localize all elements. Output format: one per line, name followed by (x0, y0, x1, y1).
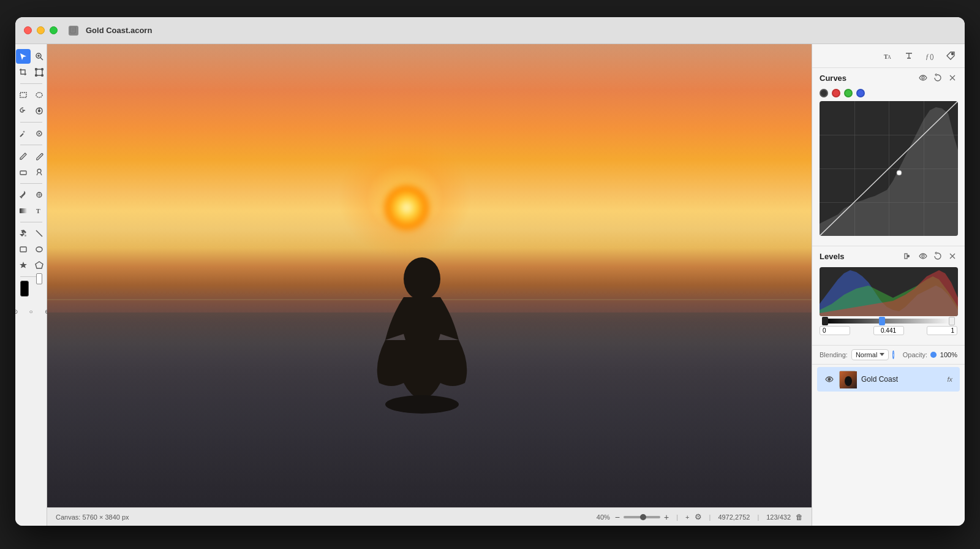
lasso-tool[interactable] (16, 104, 31, 118)
svg-marker-32 (36, 262, 43, 268)
select-tool[interactable] (16, 49, 31, 64)
curves-delete-icon[interactable] (948, 73, 957, 83)
eraser-tool[interactable] (16, 165, 31, 180)
curves-title: Curves (820, 74, 846, 83)
frame-count: 123/432 (766, 513, 791, 521)
levels-mid-input[interactable]: 0.441 (873, 326, 904, 335)
canvas-content[interactable] (47, 44, 812, 507)
reset-colors-tool[interactable]: ⊙ (15, 304, 23, 319)
tool-row-8 (16, 187, 47, 202)
tool-row-6 (16, 149, 47, 164)
channel-blue[interactable] (856, 89, 865, 97)
blending-mode-value: Normal (856, 351, 877, 358)
tool-row-9: T (16, 203, 47, 218)
zoom-tool[interactable] (32, 49, 47, 64)
background-color[interactable] (36, 273, 42, 284)
line-tool[interactable] (32, 226, 47, 241)
star-shape-tool[interactable] (16, 258, 31, 273)
levels-min-input[interactable]: 0 (820, 326, 850, 335)
minimize-button[interactable] (37, 26, 45, 34)
curves-container (812, 86, 965, 241)
zoom-slider-thumb[interactable] (640, 514, 646, 520)
svg-rect-28 (24, 235, 26, 237)
levels-black-handle[interactable] (822, 317, 828, 325)
curves-reset-icon[interactable] (933, 73, 943, 83)
levels-auto-icon[interactable] (903, 251, 913, 261)
blending-mode-select[interactable]: Normal (851, 349, 889, 360)
channel-rgb[interactable] (820, 89, 828, 97)
paint-bucket-tool[interactable] (16, 226, 31, 241)
svg-rect-26 (20, 208, 27, 213)
transform-tool[interactable] (32, 65, 47, 80)
levels-icons (903, 251, 957, 261)
canvas-size: Canvas: 5760 × 3840 px (56, 513, 597, 521)
magic-wand-tool[interactable] (16, 126, 31, 141)
curves-icons (918, 73, 957, 83)
ellipse-shape-tool[interactable] (32, 242, 47, 257)
swap-colors-tool[interactable]: ○ (24, 304, 39, 319)
color-select-tool[interactable] (32, 126, 47, 141)
canvas-area: Canvas: 5760 × 3840 px 40% − + | + ⚙ | 4… (47, 44, 812, 526)
brush-tool[interactable] (32, 149, 47, 164)
smudge-tool[interactable] (32, 165, 47, 180)
person-silhouette (361, 242, 483, 438)
delete-frame-btn[interactable]: 🗑 (796, 513, 803, 521)
levels-eye-icon[interactable] (918, 251, 928, 261)
blending-row: Blending: Normal i Opacity: 100% (812, 346, 965, 365)
panel-top-icons: TA f() (812, 44, 965, 68)
layer-settings-btn[interactable]: ⚙ (695, 512, 702, 521)
levels-max-input[interactable]: 1 (927, 326, 957, 335)
function-icon[interactable]: f() (923, 49, 937, 62)
main-area: T (15, 44, 965, 526)
layer-item[interactable]: Gold Coast fx (817, 367, 960, 392)
coordinates: 4972,2752 (718, 513, 750, 521)
svg-point-14 (36, 93, 42, 97)
rect-shape-tool[interactable] (16, 242, 31, 257)
text-format-icon[interactable]: TA (881, 49, 895, 62)
curves-section: Curves (812, 68, 965, 246)
levels-values: 0 0.441 1 (820, 326, 957, 335)
curves-graph[interactable] (820, 101, 958, 236)
levels-white-handle[interactable] (949, 317, 955, 325)
svg-line-17 (20, 134, 23, 137)
curves-eye-icon[interactable] (918, 73, 928, 83)
eyedropper-tool[interactable] (16, 187, 31, 202)
poly-lasso-tool[interactable] (32, 104, 47, 118)
channel-green[interactable] (844, 89, 853, 97)
canvas-image (47, 44, 812, 507)
crop-tool[interactable] (16, 65, 31, 80)
channel-red[interactable] (832, 89, 840, 97)
svg-point-46 (828, 378, 831, 381)
sharpen-tool[interactable] (32, 187, 47, 202)
zoom-minus-btn[interactable]: − (615, 513, 620, 521)
opacity-slider[interactable] (931, 354, 937, 356)
levels-mid-handle[interactable] (879, 317, 885, 325)
opacity-slider-thumb[interactable] (930, 352, 937, 358)
tool-row-3 (16, 88, 47, 102)
svg-point-33 (404, 257, 440, 300)
type-icon[interactable] (902, 49, 916, 62)
close-button[interactable] (24, 26, 32, 34)
zoom-slider[interactable] (624, 516, 660, 518)
zoom-plus-btn[interactable]: + (664, 513, 669, 521)
add-layer-btn[interactable]: + (685, 513, 689, 521)
gradient-tool[interactable] (16, 203, 31, 218)
status-right: 40% − + | + ⚙ | 4972,2752 | 123/432 (597, 512, 803, 521)
titlebar: Gold Coast.acorn (15, 17, 965, 44)
text-tool[interactable]: T (32, 203, 47, 218)
layer-fx-label[interactable]: fx (947, 376, 952, 383)
status-bar: Canvas: 5760 × 3840 px 40% − + | + ⚙ | 4… (47, 507, 812, 526)
layer-visibility-icon[interactable] (824, 374, 834, 384)
pencil-tool[interactable] (16, 149, 31, 164)
levels-delete-icon[interactable] (948, 251, 957, 261)
polygon-shape-tool[interactable] (32, 258, 47, 273)
levels-reset-icon[interactable] (933, 251, 943, 261)
blend-info-icon[interactable]: i (892, 350, 894, 359)
rect-select-tool[interactable] (16, 88, 31, 102)
svg-point-40 (922, 77, 924, 79)
ellipse-select-tool[interactable] (32, 88, 47, 102)
tag-icon[interactable] (944, 49, 957, 62)
maximize-button[interactable] (50, 26, 58, 34)
layer-name: Gold Coast (861, 375, 942, 384)
foreground-color[interactable] (20, 281, 29, 297)
